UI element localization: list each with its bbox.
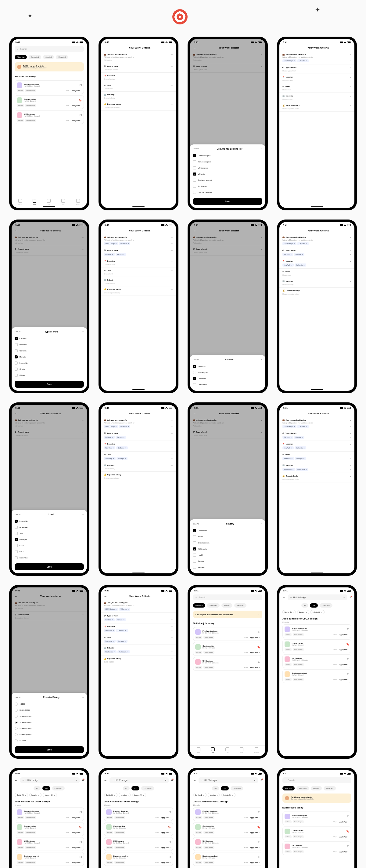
- criteria-section[interactable]: 📍 Location⌄ New York ×California ×⌄: [101, 441, 176, 452]
- job-card[interactable]: Business analyst Ha Noi - 2k/month ☐ Ful…: [282, 669, 352, 683]
- job-card[interactable]: Business analyst Ha Noi - 2k/month ☐ Ful…: [193, 852, 262, 866]
- chip[interactable]: Remote ×: [294, 436, 304, 439]
- chip[interactable]: UI/UX Design ×: [282, 242, 297, 245]
- chip[interactable]: California ×: [295, 446, 306, 450]
- chip-remove-icon[interactable]: ×: [293, 468, 294, 470]
- apply-button[interactable]: Apply Now →: [250, 666, 260, 668]
- radio-input[interactable]: [14, 721, 18, 724]
- industry-pill[interactable]: Industry (1) ⌄: [43, 793, 57, 797]
- tab[interactable]: All: [212, 786, 219, 790]
- criteria-section[interactable]: 💼 Job you are looking for⌄ Add up to 10 …: [101, 417, 176, 430]
- criteria-section[interactable]: ☆ Level⌄ Internship ×Manager ×⌄: [101, 452, 176, 462]
- close-button[interactable]: ×: [82, 330, 84, 333]
- criteria-section[interactable]: 💼 Job you are looking for⌄ Add up to 10 …: [101, 234, 176, 247]
- tab[interactable]: Applied: [222, 603, 232, 608]
- criteria-section[interactable]: ⏱ Type of work⌄ Choose type of work: [101, 63, 176, 73]
- option-row[interactable]: Manager: [14, 536, 84, 542]
- apply-button[interactable]: Apply Now →: [161, 817, 171, 818]
- close-button[interactable]: ×: [261, 522, 262, 525]
- job-card[interactable]: UX Designer Ho Chi Minh - 2k/month ☐ Ful…: [14, 110, 84, 124]
- job-card[interactable]: Product designer Ho Chi Minh - 2k/month …: [282, 811, 352, 825]
- bookmark-icon[interactable]: ☐: [79, 114, 82, 117]
- tab[interactable]: Matching: [193, 603, 205, 608]
- fulfill-banner[interactable]: Fulfill your work criteriaGet more suita…: [282, 794, 352, 803]
- chip[interactable]: California ×: [295, 264, 306, 267]
- back-button[interactable]: ←: [193, 779, 196, 782]
- nav-item-jobs[interactable]: Jobs: [211, 747, 215, 753]
- criteria-section[interactable]: 💰 Expected salary⌄ Choose expected salar…: [279, 473, 355, 483]
- filter-icon[interactable]: ⚙: [350, 596, 352, 599]
- apply-button[interactable]: Apply Now →: [72, 817, 81, 818]
- tab[interactable]: Company: [52, 786, 65, 790]
- tab[interactable]: Applied: [311, 786, 322, 790]
- location-pill[interactable]: Location ⌄: [208, 793, 220, 797]
- search-input[interactable]: ⌕UI/UX design×: [199, 777, 258, 783]
- criteria-section[interactable]: 🏢 Industry⌄ Choose industry: [101, 277, 176, 286]
- criteria-section[interactable]: ⏱ Type of work⌄ Choose type of work: [11, 612, 87, 621]
- apply-button[interactable]: Apply Now →: [72, 862, 81, 863]
- option-row[interactable]: Washington: [193, 369, 262, 375]
- bookmark-icon[interactable]: 🔖: [79, 826, 82, 829]
- criteria-section[interactable]: 📍 Location⌄ New York ×California ×⌄: [101, 623, 176, 634]
- clear-all-button[interactable]: Clear All: [193, 523, 199, 525]
- chip[interactable]: Manager ×: [117, 640, 128, 643]
- checkbox-input[interactable]: [14, 362, 18, 365]
- criteria-section[interactable]: ⏱ Type of work⌄ Choose type of work: [190, 429, 265, 438]
- criteria-section[interactable]: 🏢 Industry⌄ Real estate ×Multimedia ×⌄: [101, 645, 176, 655]
- chip-remove-icon[interactable]: ×: [294, 60, 295, 62]
- apply-button[interactable]: Apply Now →: [72, 105, 81, 106]
- job-card[interactable]: Product designer Ho Chi Minh - 2k/month …: [282, 624, 352, 638]
- chip-remove-icon[interactable]: ×: [303, 447, 305, 449]
- checkbox-input[interactable]: [193, 554, 196, 557]
- job-card[interactable]: Product designer Ho Chi Minh - 2k/month …: [14, 80, 84, 94]
- option-row[interactable]: < $500: [14, 701, 84, 707]
- bookmark-icon[interactable]: ☐: [79, 841, 82, 844]
- clear-icon[interactable]: ×: [254, 779, 255, 781]
- criteria-section[interactable]: ⏱ Type of work⌄ Full time ×Remote ×⌄: [279, 430, 355, 441]
- criteria-section[interactable]: 💼 Job you are looking for⌄ Add up to 10 …: [101, 600, 176, 613]
- bookmark-icon[interactable]: 🔖: [346, 643, 349, 646]
- option-row[interactable]: Full time: [14, 336, 84, 342]
- option-row[interactable]: Art director: [193, 183, 262, 189]
- chip[interactable]: UX writer ×: [297, 59, 309, 62]
- tab[interactable]: All: [301, 603, 308, 608]
- clear-all-button[interactable]: Clear All: [14, 331, 21, 333]
- bookmark-icon[interactable]: ☐: [258, 811, 260, 814]
- fulfill-banner[interactable]: Fulfill your work criteriaGet more suita…: [14, 62, 84, 71]
- filter-icon[interactable]: ⚙: [261, 779, 262, 782]
- criteria-section[interactable]: 💼 Job you are looking for⌄ Add up to 10 …: [11, 600, 87, 612]
- tab[interactable]: All: [34, 786, 40, 790]
- chip-remove-icon[interactable]: ×: [113, 458, 114, 460]
- chip-remove-icon[interactable]: ×: [128, 651, 129, 653]
- bookmark-icon[interactable]: 🔖: [79, 99, 82, 102]
- option-row[interactable]: Staff: [14, 530, 84, 536]
- apply-button[interactable]: Apply Now →: [339, 679, 349, 681]
- criteria-section[interactable]: 🏢 Industry⌄ Choose industry: [101, 462, 176, 472]
- bookmark-icon[interactable]: ☐: [258, 856, 260, 859]
- job-card[interactable]: UX Designer Ho Chi Minh - 2k/month ☐ Ful…: [282, 841, 352, 855]
- chip-remove-icon[interactable]: ×: [125, 447, 126, 449]
- close-button[interactable]: ×: [261, 358, 262, 361]
- job-card[interactable]: Product designer Ho Chi Minh - 2k/month …: [14, 807, 84, 821]
- chip-remove-icon[interactable]: ×: [114, 651, 115, 653]
- save-button[interactable]: Save: [14, 381, 84, 388]
- bookmark-icon[interactable]: ☐: [79, 84, 82, 87]
- job-card[interactable]: Conten writer Ha Noi - 2k/month 🔖 Full t…: [14, 822, 84, 836]
- location-pill[interactable]: Location ⌄: [119, 793, 131, 797]
- job-card[interactable]: Conten writer Ha Noi - 2k/month 🔖 Full t…: [282, 639, 352, 653]
- apply-button[interactable]: Apply Now →: [339, 649, 349, 651]
- apply-button[interactable]: Apply Now →: [339, 821, 349, 823]
- criteria-section[interactable]: 🏢 Industry⌄ Choose industry: [279, 278, 355, 288]
- criteria-section[interactable]: ☆ Level⌄ Choose level: [279, 269, 355, 278]
- chip-remove-icon[interactable]: ×: [302, 253, 303, 255]
- checkbox-input[interactable]: [193, 371, 196, 374]
- tab[interactable]: Company: [320, 603, 332, 608]
- clear-all-button[interactable]: Clear All: [14, 696, 21, 698]
- criteria-section[interactable]: ☆ Level⌄ Internship ×Manager ×⌄: [279, 452, 355, 462]
- tab-favorited[interactable]: Favorited: [29, 55, 41, 59]
- chip[interactable]: Remote ×: [115, 436, 126, 439]
- option-row[interactable]: Others: [14, 372, 84, 378]
- tab[interactable]: Job: [221, 786, 229, 790]
- radio-input[interactable]: [14, 727, 18, 730]
- job-card[interactable]: UX Designer Ho Chi Minh - 2k/month ☐ Ful…: [282, 654, 352, 668]
